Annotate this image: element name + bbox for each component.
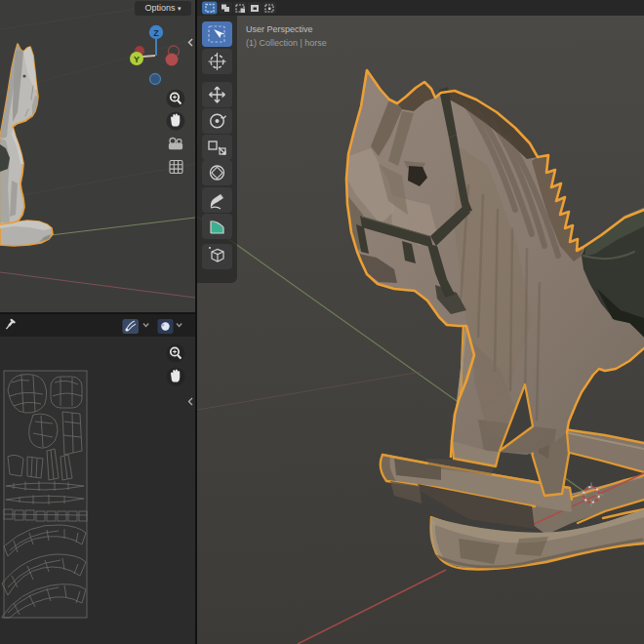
svg-text:Y: Y [134, 55, 140, 64]
svg-text:Z: Z [153, 28, 159, 38]
